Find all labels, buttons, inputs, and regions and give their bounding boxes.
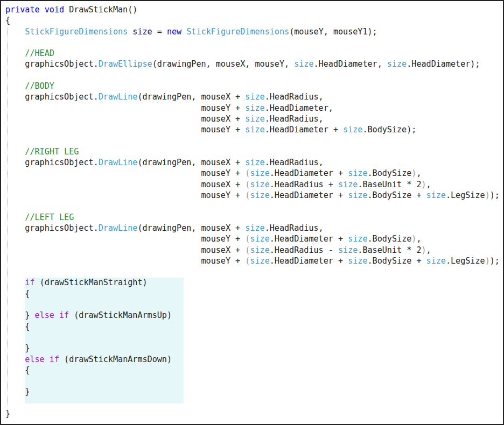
code-line: [5, 299, 503, 310]
code-line: } else if (drawStickManArmsUp): [5, 310, 503, 321]
code-line: mouseY + (size.HeadDiameter + size.BodyS…: [5, 256, 503, 266]
code-line: if (drawStickManStraight): [5, 277, 503, 288]
code-line: graphicsObject.DrawLine(drawingPen, mous…: [5, 157, 503, 168]
code-line: //HEAD: [5, 48, 503, 59]
code-content: private void DrawStickMan(){ StickFigure…: [1, 1, 503, 419]
code-line: //RIGHT LEG: [5, 146, 503, 157]
code-line: }: [5, 408, 503, 419]
code-line: graphicsObject.DrawLine(drawingPen, mous…: [5, 223, 503, 233]
code-line: }: [5, 343, 503, 353]
code-line: [5, 332, 503, 343]
code-line: mouseY + size.HeadDiameter,: [5, 103, 503, 114]
code-line: graphicsObject.DrawEllipse(drawingPen, m…: [5, 59, 503, 69]
code-line: [5, 70, 503, 81]
code-line: else if (drawStickManArmsDown): [5, 354, 503, 365]
code-line: {: [5, 365, 503, 376]
code-line: }: [5, 386, 503, 397]
code-line: mouseX + (size.HeadRadius + size.BaseUni…: [5, 179, 503, 190]
code-line: mouseY + size.HeadDiameter + size.BodySi…: [5, 124, 503, 135]
code-line: //BODY: [5, 81, 503, 91]
code-line: mouseX + (size.HeadRadius - size.BaseUni…: [5, 245, 503, 256]
code-line: mouseY + (size.HeadDiameter + size.BodyS…: [5, 233, 503, 244]
code-line: private void DrawStickMan(): [5, 4, 503, 15]
code-line: StickFigureDimensions size = new StickFi…: [5, 26, 503, 37]
code-line: [5, 201, 503, 211]
code-line: {: [5, 288, 503, 299]
code-line: [5, 398, 503, 408]
code-line: {: [5, 321, 503, 332]
code-line: mouseY + (size.HeadDiameter + size.BodyS…: [5, 190, 503, 201]
code-line: [5, 376, 503, 386]
code-line: //LEFT LEG: [5, 212, 503, 223]
code-line: {: [5, 15, 503, 26]
code-line: [5, 136, 503, 146]
code-editor[interactable]: private void DrawStickMan(){ StickFigure…: [0, 0, 504, 425]
code-line: mouseY + (size.HeadDiameter + size.BodyS…: [5, 168, 503, 179]
code-line: [5, 37, 503, 48]
code-line: mouseX + size.HeadRadius,: [5, 114, 503, 124]
code-line: graphicsObject.DrawLine(drawingPen, mous…: [5, 91, 503, 102]
code-line: [5, 266, 503, 277]
